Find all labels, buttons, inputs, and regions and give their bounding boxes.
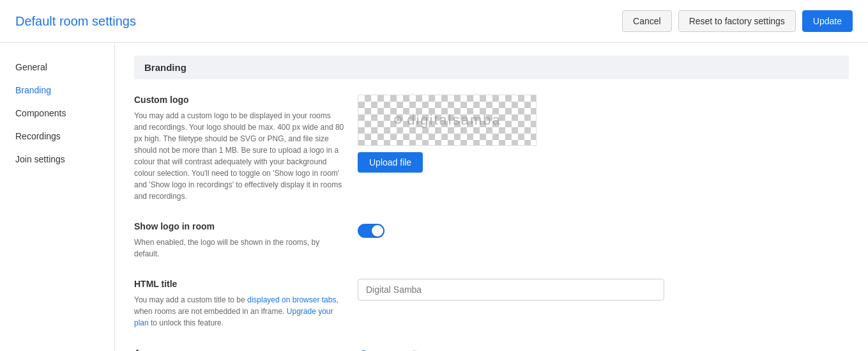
appearance-control: Light Dark: [358, 348, 849, 351]
html-title-control: [358, 279, 849, 300]
appearance-label-col: Appearance Appearance will control the b…: [134, 348, 358, 351]
sidebar: General Branding Components Recordings J…: [0, 43, 115, 351]
logo-icon: ⚙: [393, 113, 404, 127]
custom-logo-label-col: Custom logo You may add a custom logo to…: [134, 95, 358, 202]
show-logo-toggle-wrap: [358, 224, 385, 238]
update-button[interactable]: Update: [802, 10, 853, 32]
html-title-row: HTML title You may add a custom title to…: [134, 279, 849, 329]
custom-logo-description: You may add a custom logo to be displaye…: [134, 110, 345, 202]
sidebar-item-general[interactable]: General: [0, 56, 114, 79]
show-logo-label: Show logo in room: [134, 221, 345, 231]
show-logo-toggle[interactable]: [358, 224, 385, 238]
sidebar-item-branding[interactable]: Branding: [0, 79, 114, 102]
show-logo-control: [358, 221, 849, 238]
main-layout: General Branding Components Recordings J…: [0, 43, 868, 351]
appearance-label: Appearance: [134, 348, 345, 351]
upload-file-button[interactable]: Upload file: [358, 152, 423, 173]
appearance-row: Appearance Appearance will control the b…: [134, 348, 849, 351]
sidebar-item-recordings[interactable]: Recordings: [0, 125, 114, 148]
custom-logo-control: ⚙ digitalsamba Upload file: [358, 95, 849, 173]
cancel-button[interactable]: Cancel: [622, 10, 672, 32]
section-header: Branding: [134, 56, 849, 79]
custom-logo-row: Custom logo You may add a custom logo to…: [134, 95, 849, 202]
custom-logo-label: Custom logo: [134, 95, 345, 105]
page-title: Default room settings: [15, 14, 136, 29]
main-content: Branding Custom logo You may add a custo…: [115, 43, 868, 351]
html-title-label-col: HTML title You may add a custom title to…: [134, 279, 358, 329]
show-logo-label-col: Show logo in room When enabled, the logo…: [134, 221, 358, 260]
page-header: Default room settings Cancel Reset to fa…: [0, 0, 868, 43]
show-logo-row: Show logo in room When enabled, the logo…: [134, 221, 849, 260]
header-actions: Cancel Reset to factory settings Update: [622, 10, 853, 32]
logo-preview-text: ⚙ digitalsamba: [393, 112, 501, 129]
show-logo-description: When enabled, the logo will be shown in …: [134, 237, 345, 260]
reset-button[interactable]: Reset to factory settings: [678, 10, 796, 32]
sidebar-item-components[interactable]: Components: [0, 102, 114, 125]
sidebar-item-join-settings[interactable]: Join settings: [0, 148, 114, 171]
html-title-input[interactable]: [358, 279, 664, 300]
html-title-description: You may add a custom title to be display…: [134, 294, 345, 329]
logo-preview: ⚙ digitalsamba: [358, 95, 537, 146]
title-highlight: Default: [15, 14, 56, 28]
html-title-label: HTML title: [134, 279, 345, 289]
